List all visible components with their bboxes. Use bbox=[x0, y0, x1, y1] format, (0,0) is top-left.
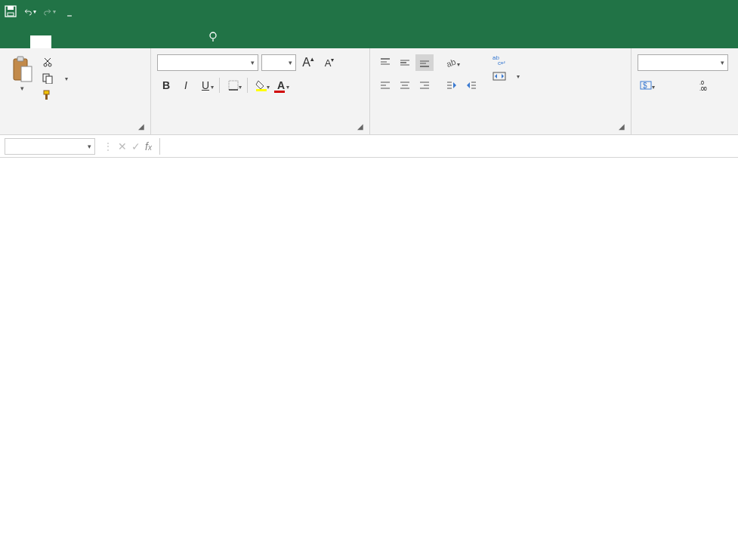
svg-marker-38 bbox=[453, 82, 456, 88]
enter-formula-button[interactable]: ✓ bbox=[131, 140, 140, 152]
svg-rect-15 bbox=[45, 94, 48, 100]
svg-rect-1 bbox=[8, 6, 14, 10]
merge-center-icon bbox=[493, 71, 508, 82]
qat-customize-icon[interactable]: ‗ bbox=[63, 5, 76, 17]
align-bottom-button[interactable] bbox=[415, 54, 434, 71]
title-bar: ▾ ▾ ‗ bbox=[0, 0, 738, 23]
paste-button[interactable] bbox=[8, 54, 36, 85]
number-format-combo[interactable]: ▾ bbox=[638, 54, 728, 71]
increase-indent-button[interactable] bbox=[462, 77, 480, 94]
align-left-button[interactable] bbox=[376, 77, 394, 94]
decrease-font-button[interactable]: A▾ bbox=[320, 54, 338, 71]
svg-point-8 bbox=[44, 63, 47, 66]
copy-button[interactable]: ▾ bbox=[42, 72, 68, 85]
tab-page-layout[interactable] bbox=[73, 35, 94, 48]
font-launcher-icon[interactable]: ◢ bbox=[356, 122, 365, 131]
tab-formulas[interactable] bbox=[94, 35, 115, 48]
wrap-text-icon: abc↵ bbox=[493, 54, 508, 65]
tab-file[interactable] bbox=[9, 35, 30, 48]
align-center-button[interactable] bbox=[396, 77, 414, 94]
tab-review[interactable] bbox=[136, 35, 157, 48]
svg-rect-16 bbox=[229, 81, 238, 90]
orientation-button[interactable]: ab▾ bbox=[443, 54, 461, 71]
svg-line-11 bbox=[45, 58, 50, 63]
svg-marker-42 bbox=[467, 82, 470, 88]
paintbrush-icon bbox=[42, 89, 54, 101]
formula-bar: ▾ ⋮ ✕ ✓ fx bbox=[0, 135, 738, 158]
italic-button[interactable]: I bbox=[177, 77, 195, 94]
cancel-formula-button[interactable]: ✕ bbox=[118, 140, 127, 152]
borders-button[interactable]: ▾ bbox=[224, 77, 242, 94]
svg-rect-13 bbox=[46, 76, 52, 84]
merge-center-button[interactable]: ▾ bbox=[493, 71, 520, 82]
align-middle-button[interactable] bbox=[396, 54, 414, 71]
tab-data[interactable] bbox=[115, 35, 136, 48]
svg-text:c↵: c↵ bbox=[498, 60, 506, 65]
comma-format-button[interactable] bbox=[677, 77, 695, 94]
svg-marker-49 bbox=[495, 74, 497, 78]
divider-icon: ⋮ bbox=[103, 140, 113, 152]
ribbon-tabs bbox=[0, 23, 738, 48]
clipboard-launcher-icon[interactable]: ◢ bbox=[137, 122, 146, 131]
tab-insert[interactable] bbox=[51, 35, 73, 48]
svg-text:.00: .00 bbox=[699, 86, 707, 91]
tab-view[interactable] bbox=[157, 35, 178, 48]
accounting-format-button[interactable]: $▾ bbox=[638, 77, 656, 94]
name-box[interactable]: ▾ bbox=[5, 138, 95, 155]
redo-icon[interactable]: ▾ bbox=[44, 5, 56, 17]
format-painter-button[interactable] bbox=[42, 89, 68, 101]
lightbulb-icon bbox=[207, 30, 219, 42]
bold-button[interactable]: B bbox=[157, 77, 175, 94]
svg-text:.0: .0 bbox=[699, 80, 704, 85]
svg-rect-7 bbox=[21, 66, 32, 82]
font-color-button[interactable]: A▾ bbox=[272, 77, 290, 94]
align-top-button[interactable] bbox=[376, 54, 394, 71]
tell-me-search[interactable] bbox=[207, 30, 225, 48]
svg-rect-6 bbox=[17, 57, 23, 61]
svg-rect-2 bbox=[8, 13, 14, 16]
svg-rect-18 bbox=[256, 89, 267, 91]
paste-dropdown-icon[interactable]: ▾ bbox=[20, 85, 24, 92]
tab-home[interactable] bbox=[30, 35, 51, 48]
increase-decimal-button[interactable]: .0.00 bbox=[696, 77, 715, 94]
fx-icon[interactable]: fx bbox=[145, 140, 152, 152]
undo-icon[interactable]: ▾ bbox=[24, 5, 36, 17]
decrease-indent-button[interactable] bbox=[443, 77, 461, 94]
cut-button[interactable] bbox=[42, 56, 68, 68]
ribbon: ▾ ▾ ◢ bbox=[0, 48, 738, 135]
fill-color-button[interactable]: ▾ bbox=[252, 77, 270, 94]
font-size-combo[interactable]: ▾ bbox=[261, 54, 296, 71]
underline-button[interactable]: U▾ bbox=[196, 77, 215, 94]
svg-point-9 bbox=[48, 63, 51, 66]
svg-point-3 bbox=[210, 32, 216, 38]
svg-marker-50 bbox=[502, 74, 504, 78]
svg-text:$: $ bbox=[643, 82, 647, 90]
increase-font-button[interactable]: A▴ bbox=[299, 54, 317, 71]
align-right-button[interactable] bbox=[415, 77, 434, 94]
percent-format-button[interactable] bbox=[657, 77, 675, 94]
svg-line-10 bbox=[45, 58, 51, 63]
wrap-text-button[interactable]: abc↵ bbox=[493, 54, 520, 65]
copy-icon bbox=[42, 72, 54, 85]
save-icon[interactable] bbox=[5, 5, 17, 17]
scissors-icon bbox=[42, 56, 54, 68]
font-name-combo[interactable]: ▾ bbox=[157, 54, 258, 71]
tab-help[interactable] bbox=[178, 35, 199, 48]
svg-text:ab: ab bbox=[446, 57, 457, 69]
alignment-launcher-icon[interactable]: ◢ bbox=[617, 122, 626, 131]
svg-rect-14 bbox=[44, 91, 49, 94]
formula-input[interactable] bbox=[159, 138, 738, 155]
